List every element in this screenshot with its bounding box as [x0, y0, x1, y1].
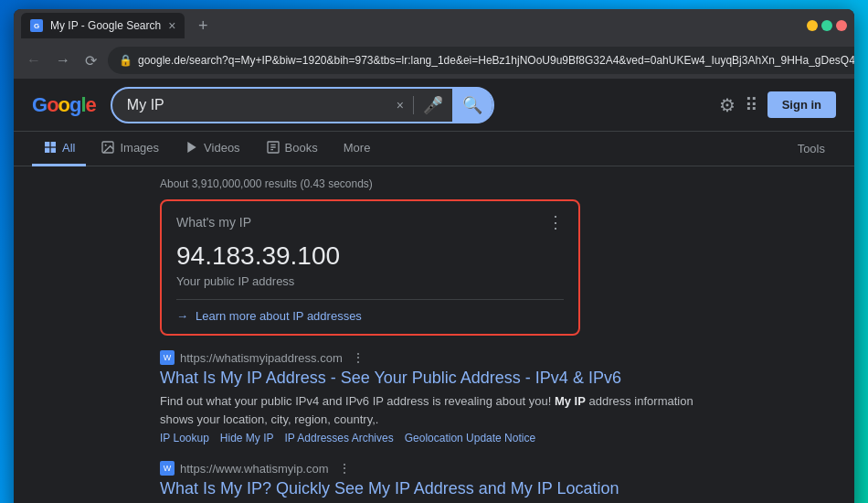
tab-more[interactable]: More — [333, 132, 382, 166]
refresh-button[interactable]: ⟳ — [81, 50, 101, 71]
tab-images[interactable]: Images — [90, 132, 170, 166]
result-link[interactable]: IP Lookup — [160, 432, 209, 444]
settings-icon[interactable]: ⚙ — [719, 94, 736, 116]
result-domain: https://whatismyipaddress.com — [180, 351, 343, 365]
signin-button[interactable]: Sign in — [767, 91, 836, 118]
result-links: IP Lookup Hide My IP IP Addresses Archiv… — [160, 432, 708, 444]
back-button[interactable]: ← — [23, 50, 45, 70]
search-bar[interactable]: My IP × 🎤 🔍 — [111, 87, 494, 123]
apps-icon[interactable]: ⠿ — [745, 94, 758, 116]
result-desc: Find out what your public IPv4 and IPv6 … — [160, 392, 708, 428]
tools-label: Tools — [798, 142, 825, 155]
lock-icon: 🔒 — [119, 54, 132, 67]
result-link[interactable]: Hide My IP — [220, 432, 274, 444]
search-button[interactable]: 🔍 — [452, 87, 492, 123]
result-link[interactable]: IP Addresses Archives — [285, 432, 394, 444]
snippet-header: What's my IP ⋮ — [176, 212, 564, 232]
google-logo: Google — [32, 93, 96, 117]
tab-all[interactable]: All — [32, 132, 86, 166]
results-count: About 3,910,000,000 results (0.43 second… — [160, 174, 836, 199]
result-favicon: W — [160, 461, 175, 476]
search-divider — [413, 96, 414, 114]
snippet-divider — [176, 299, 564, 300]
ip-address: 94.183.39.100 — [176, 241, 564, 271]
svg-marker-6 — [187, 142, 196, 153]
tab-videos-label: Videos — [204, 141, 240, 155]
tab-videos[interactable]: Videos — [174, 132, 251, 166]
logo-g2: g — [69, 93, 80, 116]
result-url-line: W https://www.whatismyip.com ⋮ — [160, 461, 708, 476]
forward-button[interactable]: → — [52, 50, 74, 70]
result-url-line: W https://whatismyipaddress.com ⋮ — [160, 350, 708, 365]
result-more-icon[interactable]: ⋮ — [352, 350, 365, 365]
featured-snippet: What's my IP ⋮ 94.183.39.100 Your public… — [160, 199, 580, 336]
svg-rect-2 — [45, 148, 49, 153]
tab-close-button[interactable]: × — [168, 18, 175, 33]
logo-g: G — [32, 93, 47, 116]
tab-images-label: Images — [120, 141, 159, 155]
tab-more-label: More — [344, 141, 371, 155]
maximize-button[interactable] — [821, 20, 832, 31]
logo-e: e — [86, 93, 96, 116]
learn-more-link[interactable]: → Learn more about IP addresses — [176, 309, 564, 323]
result-more-icon[interactable]: ⋮ — [338, 461, 351, 476]
result-title[interactable]: What Is My IP Address - See Your Public … — [160, 368, 708, 389]
close-button[interactable] — [836, 20, 847, 31]
address-bar: ← → ⟳ 🔒 google.de/search?q=My+IP&biw=192… — [14, 42, 854, 79]
search-tabs: All Images Videos Books More Tools — [14, 132, 854, 166]
snippet-title: What's my IP — [176, 215, 251, 230]
logo-o2: o — [58, 93, 69, 116]
search-clear-button[interactable]: × — [397, 98, 404, 112]
result-item: W https://www.whatismyip.com ⋮ What Is M… — [160, 461, 708, 503]
tools-button[interactable]: Tools — [787, 132, 836, 166]
google-header: Google My IP × 🎤 🔍 ⚙ ⠿ Sign in — [14, 79, 854, 132]
svg-rect-3 — [51, 148, 56, 153]
search-input[interactable]: My IP — [127, 97, 387, 113]
result-link[interactable]: Geolocation Update Notice — [405, 432, 535, 444]
window-controls — [807, 20, 847, 31]
new-tab-button[interactable]: + — [190, 13, 216, 38]
minimize-button[interactable] — [807, 20, 818, 31]
arrow-icon: → — [176, 309, 188, 323]
google-page: Google My IP × 🎤 🔍 ⚙ ⠿ Sign in — [14, 79, 854, 503]
learn-more-text: Learn more about IP addresses — [196, 309, 362, 323]
voice-search-icon[interactable]: 🎤 — [423, 95, 443, 115]
logo-o1: o — [47, 93, 58, 116]
url-text: google.de/search?q=My+IP&biw=1920&bih=97… — [138, 54, 854, 67]
browser-window: G My IP - Google Search × + ← → ⟳ 🔒 goog… — [14, 9, 854, 503]
tab-all-label: All — [62, 141, 75, 155]
results-area: About 3,910,000,000 results (0.43 second… — [14, 166, 854, 503]
result-favicon: W — [160, 350, 175, 365]
svg-point-5 — [105, 144, 107, 146]
svg-rect-0 — [45, 142, 49, 146]
tab-books[interactable]: Books — [255, 132, 329, 166]
result-domain: https://www.whatismyip.com — [180, 462, 329, 476]
tab-favicon: G — [30, 19, 43, 32]
url-bar[interactable]: 🔒 google.de/search?q=My+IP&biw=1920&bih=… — [108, 47, 854, 74]
result-title[interactable]: What Is My IP? Quickly See My IP Address… — [160, 478, 708, 499]
tab-title: My IP - Google Search — [50, 19, 161, 32]
svg-rect-1 — [51, 142, 56, 146]
tab-books-label: Books — [285, 141, 318, 155]
header-actions: ⚙ ⠿ Sign in — [719, 91, 836, 118]
title-bar: G My IP - Google Search × + — [14, 9, 854, 42]
search-icon: 🔍 — [462, 95, 482, 115]
result-item: W https://whatismyipaddress.com ⋮ What I… — [160, 350, 708, 444]
ip-label: Your public IP address — [176, 274, 564, 288]
snippet-more-icon[interactable]: ⋮ — [547, 212, 564, 232]
browser-tab[interactable]: G My IP - Google Search × — [21, 13, 185, 38]
